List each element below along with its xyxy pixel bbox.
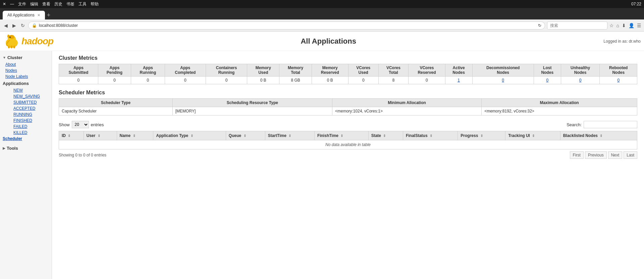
- val-apps-running: 0: [131, 77, 165, 84]
- sidebar-applications-header[interactable]: Applications: [0, 80, 52, 87]
- lost-nodes-link[interactable]: 0: [546, 78, 548, 83]
- apps-col-finalstatus[interactable]: FinalStatus ⇕: [403, 131, 458, 140]
- sidebar-link-new-saving[interactable]: NEW_SAVING: [8, 93, 52, 99]
- pagination-buttons: First Previous Next Last: [570, 151, 637, 159]
- sidebar-link-nodes[interactable]: Nodes: [0, 67, 52, 74]
- apps-col-queue[interactable]: Queue ⇕: [226, 131, 265, 140]
- svg-rect-6: [8, 46, 10, 48]
- apps-col-id[interactable]: ID ⇕: [59, 131, 84, 140]
- scheduler-metrics-table: Scheduler Type Scheduling Resource Type …: [59, 98, 637, 115]
- rebooted-nodes-link[interactable]: 0: [617, 78, 620, 83]
- browser-tab-active[interactable]: All Applications ✕: [3, 11, 45, 19]
- os-clock: 07:22: [631, 2, 641, 6]
- sidebar-cluster-header[interactable]: ▼ Cluster: [0, 54, 52, 61]
- nav-refresh-button[interactable]: ↻: [19, 22, 26, 29]
- nav-back-button[interactable]: ◀: [3, 22, 9, 29]
- col-decommissioned-nodes: Decommissioned Nodes: [472, 64, 534, 77]
- os-menubar: ✕ — 文件 编辑 查看 历史 书签 工具 帮助 07:22: [0, 0, 644, 8]
- no-data-message: No data available in table: [59, 140, 637, 149]
- sidebar-link-running[interactable]: RUNNING: [8, 111, 52, 118]
- download-icon[interactable]: ⬇: [622, 23, 626, 28]
- apps-col-progress[interactable]: Progress ⇕: [458, 131, 505, 140]
- col-lost-nodes: Lost Nodes: [534, 64, 561, 77]
- svg-point-5: [7, 35, 9, 38]
- pagination-first-button[interactable]: First: [570, 151, 584, 159]
- sidebar-cluster-label: Cluster: [7, 55, 22, 60]
- entries-select[interactable]: 20 50 100: [72, 121, 89, 128]
- applications-table: ID ⇕ User ⇕ Name ⇕ Application Type ⇕ Qu…: [59, 131, 637, 149]
- sort-icon-finalstatus: ⇕: [430, 134, 432, 138]
- hadoop-logo-text: hadoop: [21, 36, 53, 47]
- apps-search-input[interactable]: [584, 121, 637, 128]
- sidebar-link-about[interactable]: About: [0, 61, 52, 67]
- new-tab-button[interactable]: +: [47, 12, 51, 18]
- scheduler-val-min-alloc: <memory:1024, vCores:1>: [332, 107, 481, 115]
- profile-icon[interactable]: 👤: [629, 23, 634, 28]
- os-menu-history[interactable]: 历史: [54, 1, 62, 7]
- sort-icon-user: ⇕: [98, 134, 100, 138]
- address-bar[interactable]: 🔒 localhost:8088/cluster ↻: [28, 21, 545, 30]
- sidebar-link-failed[interactable]: FAILED: [8, 124, 52, 130]
- sidebar-tools-header[interactable]: ▶ Tools: [0, 144, 52, 152]
- pagination-last-button[interactable]: Last: [624, 151, 637, 159]
- apps-col-finishtime[interactable]: FinishTime ⇕: [314, 131, 368, 140]
- val-active-nodes[interactable]: 1: [445, 77, 472, 84]
- table-controls: Show 20 50 100 entries Search:: [59, 121, 637, 128]
- os-menu-tools[interactable]: 工具: [78, 1, 87, 7]
- cluster-metrics-heading: Cluster Metrics: [59, 55, 637, 61]
- col-apps-running: Apps Running: [131, 64, 165, 77]
- val-unhealthy-nodes[interactable]: 0: [561, 77, 600, 84]
- browser-search-input[interactable]: [547, 21, 607, 30]
- main-content: Cluster Metrics Apps Submitted Apps Pend…: [52, 51, 644, 279]
- col-containers-running: Containers Running: [206, 64, 247, 77]
- scheduler-col-resource-type: Scheduling Resource Type: [172, 99, 332, 107]
- apps-col-state[interactable]: State ⇕: [368, 131, 403, 140]
- tab-close-button[interactable]: ✕: [37, 13, 40, 17]
- sidebar-link-killed[interactable]: KILLED: [8, 130, 52, 136]
- val-decommissioned-nodes[interactable]: 0: [472, 77, 534, 84]
- apps-col-blacklisted-nodes[interactable]: Blacklisted Nodes ⇕: [560, 131, 637, 140]
- tab-bar: All Applications ✕ +: [0, 8, 644, 19]
- address-refresh-icon[interactable]: ↻: [538, 23, 541, 28]
- home-icon[interactable]: ⌂: [616, 23, 619, 28]
- sidebar-link-node-labels[interactable]: Node Labels: [0, 74, 52, 80]
- os-menu-close: ✕: [3, 2, 6, 6]
- sidebar-link-scheduler[interactable]: Scheduler: [0, 136, 52, 142]
- apps-col-tracking-ui[interactable]: Tracking UI ⇕: [505, 131, 560, 140]
- val-lost-nodes[interactable]: 0: [534, 77, 561, 84]
- logged-in-label: Logged in as: dr.who: [603, 39, 641, 44]
- unhealthy-nodes-link[interactable]: 0: [579, 78, 582, 83]
- menu-icon[interactable]: ☰: [637, 23, 641, 28]
- col-memory-reserved: Memory Reserved: [312, 64, 348, 77]
- cluster-arrow-icon: ▼: [3, 56, 6, 59]
- apps-col-starttime[interactable]: StartTime ⇕: [265, 131, 314, 140]
- sidebar-link-accepted[interactable]: ACCEPTED: [8, 105, 52, 111]
- scheduler-val-resource-type: [MEMORY]: [172, 107, 332, 115]
- tab-title: All Applications: [7, 13, 35, 17]
- apps-col-type[interactable]: Application Type ⇕: [153, 131, 226, 140]
- os-menu-file[interactable]: 文件: [18, 1, 26, 7]
- pagination-previous-button[interactable]: Previous: [585, 151, 607, 159]
- os-menu-help[interactable]: 帮助: [91, 1, 99, 7]
- col-apps-submitted: Apps Submitted: [59, 64, 98, 77]
- bookmark-icon[interactable]: ☆: [609, 23, 614, 28]
- sidebar-link-finished[interactable]: FINISHED: [8, 118, 52, 124]
- cluster-metrics-table: Apps Submitted Apps Pending Apps Running…: [59, 64, 637, 84]
- sidebar-link-submitted[interactable]: SUBMITTED: [8, 99, 52, 105]
- val-vcores-used: 0: [348, 77, 378, 84]
- active-nodes-link[interactable]: 1: [458, 78, 460, 83]
- sidebar-link-new[interactable]: NEW: [8, 87, 52, 93]
- nav-forward-button[interactable]: ▶: [11, 22, 17, 29]
- val-rebooted-nodes[interactable]: 0: [600, 77, 637, 84]
- os-menu-minimize: —: [10, 2, 14, 6]
- show-entries-control: Show 20 50 100 entries: [59, 121, 104, 128]
- val-apps-submitted: 0: [59, 77, 98, 84]
- decommissioned-nodes-link[interactable]: 0: [502, 78, 504, 83]
- os-menu-edit[interactable]: 编辑: [30, 1, 38, 7]
- os-menu-bookmarks[interactable]: 书签: [66, 1, 74, 7]
- col-memory-used: Memory Used: [247, 64, 279, 77]
- apps-col-name[interactable]: Name ⇕: [117, 131, 153, 140]
- os-menu-view[interactable]: 查看: [42, 1, 50, 7]
- pagination-next-button[interactable]: Next: [608, 151, 623, 159]
- apps-col-user[interactable]: User ⇕: [84, 131, 117, 140]
